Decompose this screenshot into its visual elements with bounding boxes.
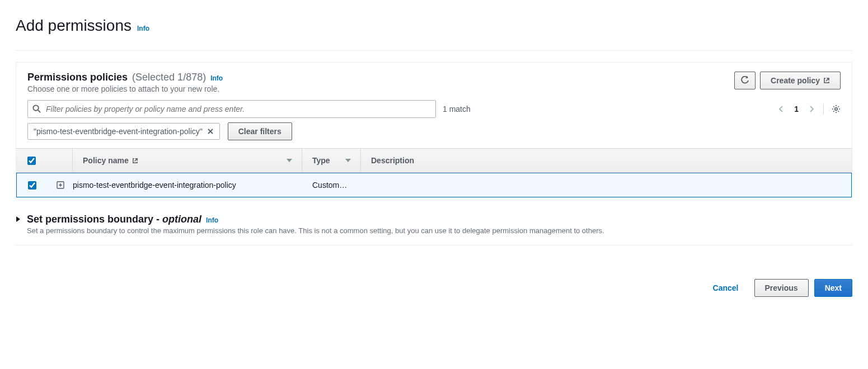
filter-token: "pismo-test-eventbridge-event-integratio… <box>27 123 220 140</box>
sort-icon[interactable] <box>286 158 293 163</box>
table-row[interactable]: pismo-test-eventbridge-event-integration… <box>16 173 852 197</box>
boundary-title: Set permissions boundary - <box>27 214 162 225</box>
policy-name-link[interactable]: pismo-test-eventbridge-event-integration… <box>73 181 236 190</box>
create-policy-label: Create policy <box>771 76 820 85</box>
boundary-description: Set a permissions boundary to control th… <box>27 226 852 235</box>
footer-actions: Cancel Previous Next <box>16 279 852 314</box>
boundary-info-link[interactable]: Info <box>206 216 218 224</box>
refresh-button[interactable] <box>734 72 756 89</box>
expand-row-button[interactable] <box>57 181 64 189</box>
page-number: 1 <box>791 105 802 113</box>
filter-token-remove[interactable] <box>207 128 214 135</box>
pagination: 1 <box>777 103 841 115</box>
panel-title: Permissions policies <box>27 72 128 83</box>
create-policy-button[interactable]: Create policy <box>760 72 841 89</box>
expand-boundary-button[interactable] <box>16 216 21 223</box>
refresh-icon <box>740 76 749 85</box>
settings-button[interactable] <box>832 105 841 113</box>
external-link-icon <box>132 158 138 164</box>
column-header-type[interactable]: Type <box>312 149 330 172</box>
svg-point-1 <box>835 108 838 111</box>
filter-token-text: "pismo-test-eventbridge-event-integratio… <box>34 127 203 136</box>
row-checkbox[interactable] <box>28 181 36 190</box>
prev-page-button[interactable] <box>777 104 785 114</box>
policy-type: Custom… <box>302 181 347 190</box>
panel-info-link[interactable]: Info <box>210 74 223 82</box>
page-header: Add permissions Info <box>16 17 852 51</box>
next-page-button[interactable] <box>808 104 815 114</box>
sort-icon[interactable] <box>345 158 351 163</box>
panel-selected-count: (Selected 1/878) <box>132 72 206 83</box>
previous-button[interactable]: Previous <box>754 279 809 297</box>
policy-search-box <box>27 100 436 118</box>
search-icon <box>32 105 41 113</box>
permissions-policies-panel: Permissions policies (Selected 1/878) In… <box>16 62 852 198</box>
panel-subtitle: Choose one or more policies to attach to… <box>27 84 734 93</box>
next-button[interactable]: Next <box>814 279 852 297</box>
page-title: Add permissions <box>16 17 132 35</box>
boundary-optional-label: optional <box>162 214 201 225</box>
clear-filters-button[interactable]: Clear filters <box>228 122 292 140</box>
column-header-description[interactable]: Description <box>371 149 414 172</box>
policy-search-input[interactable] <box>27 100 436 118</box>
clear-filters-label: Clear filters <box>238 127 281 136</box>
policy-table-header: Policy name Type Descripti <box>16 148 852 173</box>
page-info-link[interactable]: Info <box>137 25 149 32</box>
svg-point-0 <box>33 105 38 110</box>
column-header-name[interactable]: Policy name <box>83 149 138 172</box>
select-all-checkbox[interactable] <box>27 157 36 165</box>
cancel-button[interactable]: Cancel <box>703 279 749 297</box>
match-count: 1 match <box>443 105 471 113</box>
external-link-icon <box>823 77 830 84</box>
permissions-boundary-section: Set permissions boundary - optional Info… <box>16 214 852 245</box>
